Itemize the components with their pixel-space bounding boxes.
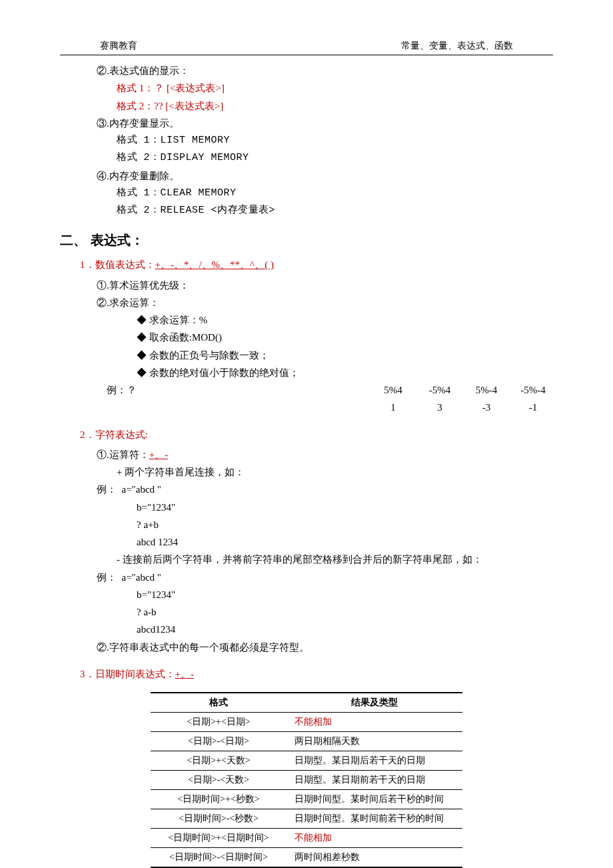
string-expr-title: 2．字符表达式: bbox=[60, 426, 553, 443]
datetime-expr-title: 3．日期时间表达式：+、- bbox=[60, 665, 553, 683]
string-ex2-l3: ? a-b bbox=[60, 603, 553, 621]
mod-ex-c2: -5%4 bbox=[420, 381, 460, 399]
cell-result: 两日期相隔天数 bbox=[287, 732, 462, 751]
string-ex2-l1: a="abcd " bbox=[122, 572, 161, 583]
mod-ex-c3: 5%-4 bbox=[466, 381, 506, 399]
th-result: 结果及类型 bbox=[287, 693, 462, 713]
numeric-p1: ①.算术运算优先级： bbox=[60, 277, 553, 294]
string-plus-desc: + 两个字符串首尾连接，如： bbox=[60, 463, 553, 481]
table-row: <日期时间>+<秒数>日期时间型。某时间后若干秒的时间 bbox=[151, 790, 462, 809]
document-page: 赛腾教育 常量、变量、表达式、函数 ②.表达式值的显示： 格式 1：？ [<表达… bbox=[0, 0, 613, 868]
string-ex1-label: 例： bbox=[97, 484, 117, 495]
datetime-expr-ops: +、- bbox=[175, 669, 194, 679]
cell-result: 日期时间型。某时间前若干秒的时间 bbox=[287, 809, 462, 829]
table-row: <日期时间>-<日期时间>两时间相差秒数 bbox=[151, 848, 462, 868]
table-row: <日期时间>+<日期时间>不能相加 bbox=[151, 829, 462, 848]
item-memvar-display-fmt1: 格式 1：LIST MEMORY bbox=[60, 132, 553, 149]
mod-ex-c4: -5%-4 bbox=[513, 381, 553, 399]
table-row: <日期时间>-<秒数>日期时间型。某时间前若干秒的时间 bbox=[151, 809, 462, 829]
cell-format: <日期时间>+<日期时间> bbox=[151, 829, 287, 848]
string-ops-line: ①.运算符：+、- bbox=[60, 446, 553, 463]
cell-result: 日期型。某日期后若干天的日期 bbox=[287, 751, 462, 771]
item-expr-display-title: ②.表达式值的显示： bbox=[60, 62, 553, 79]
cell-result: 不能相加 bbox=[287, 829, 462, 848]
page-header: 赛腾教育 常量、变量、表达式、函数 bbox=[60, 40, 553, 55]
numeric-expr-ops: +、-、*、/、%、**、^、( ) bbox=[155, 259, 274, 270]
cell-format: <日期>-<日期> bbox=[151, 732, 287, 751]
numeric-p2: ②.求余运算： bbox=[60, 294, 553, 311]
string-ex2-l2: b="1234" bbox=[60, 586, 553, 603]
string-ops-label: ①.运算符： bbox=[97, 449, 149, 460]
string-ex1-l4: abcd 1234 bbox=[60, 533, 553, 551]
cell-result: 日期型。某日期前若干天的日期 bbox=[287, 771, 462, 790]
cell-format: <日期>-<天数> bbox=[151, 771, 287, 790]
cell-result: 日期时间型。某时间后若干秒的时间 bbox=[287, 790, 462, 809]
item-memvar-display-title: ③.内存变量显示。 bbox=[60, 115, 553, 132]
cell-result: 两时间相差秒数 bbox=[287, 848, 462, 868]
numeric-expr-title-text: 1．数值表达式： bbox=[80, 259, 155, 270]
item-memvar-delete-title: ④.内存变量删除。 bbox=[60, 167, 553, 185]
string-ex2: 例： a="abcd " bbox=[60, 569, 553, 586]
table-header-row: 格式 结果及类型 bbox=[151, 693, 462, 713]
string-ops: +、- bbox=[149, 449, 168, 460]
string-ex2-l4: abcd1234 bbox=[60, 621, 553, 638]
item-memvar-delete-fmt2: 格式 2：RELEASE <内存变量表> bbox=[60, 202, 553, 219]
cell-format: <日期>+<日期> bbox=[151, 713, 287, 732]
item-expr-display-fmt2: 格式 2：?? [<表达式表>] bbox=[60, 97, 553, 115]
header-left: 赛腾教育 bbox=[100, 40, 137, 52]
mod-ex-v3: -3 bbox=[466, 399, 506, 416]
mod-ex-v2: 3 bbox=[420, 399, 460, 416]
mod-ex-v1: 1 bbox=[373, 399, 413, 416]
th-format: 格式 bbox=[151, 693, 287, 713]
numeric-bullet-2: 取余函数:MOD() bbox=[60, 329, 553, 346]
item-memvar-display-fmt2: 格式 2：DISPLAY MEMORY bbox=[60, 149, 553, 167]
cell-format: <日期时间>+<秒数> bbox=[151, 790, 287, 809]
string-ex2-label: 例： bbox=[97, 572, 117, 583]
numeric-bullet-3: 余数的正负号与除数一致； bbox=[60, 347, 553, 364]
table-row: <日期>+<日期>不能相加 bbox=[151, 713, 462, 732]
mod-example-label: 例：？ bbox=[107, 381, 366, 399]
mod-ex-c1: 5%4 bbox=[373, 381, 413, 399]
mod-example-table: 例：？ 5%4 -5%4 5%-4 -5%-4 1 3 -3 -1 bbox=[107, 381, 553, 417]
string-ex1-l3: ? a+b bbox=[60, 516, 553, 533]
datetime-expr-title-text: 3．日期时间表达式： bbox=[80, 669, 175, 679]
mod-ex-v4: -1 bbox=[513, 399, 553, 416]
string-ex1-l1: a="abcd " bbox=[122, 484, 161, 495]
table-row: <日期>+<天数>日期型。某日期后若干天的日期 bbox=[151, 751, 462, 771]
header-right: 常量、变量、表达式、函数 bbox=[401, 40, 513, 52]
datetime-table: 格式 结果及类型 <日期>+<日期>不能相加<日期>-<日期>两日期相隔天数<日… bbox=[151, 692, 462, 868]
string-minus-desc: - 连接前后两个字符串，并将前字符串的尾部空格移到合并后的新字符串尾部，如： bbox=[60, 551, 553, 568]
numeric-bullet-1: 求余运算：% bbox=[60, 311, 553, 329]
string-p2: ②.字符串表达式中的每一个项都必须是字符型。 bbox=[60, 639, 553, 656]
cell-result: 不能相加 bbox=[287, 713, 462, 732]
table-row: <日期>-<日期>两日期相隔天数 bbox=[151, 732, 462, 751]
heading-expressions: 二、 表达式： bbox=[60, 231, 553, 249]
string-ex1-l2: b="1234" bbox=[60, 499, 553, 516]
cell-format: <日期>+<天数> bbox=[151, 751, 287, 771]
item-memvar-delete-fmt1: 格式 1：CLEAR MEMORY bbox=[60, 185, 553, 202]
table-row: <日期>-<天数>日期型。某日期前若干天的日期 bbox=[151, 771, 462, 790]
string-ex1: 例： a="abcd " bbox=[60, 481, 553, 498]
cell-format: <日期时间>-<日期时间> bbox=[151, 848, 287, 868]
item-expr-display-fmt1: 格式 1：？ [<表达式表>] bbox=[60, 79, 553, 97]
numeric-bullet-4: 余数的绝对值小于除数的绝对值； bbox=[60, 364, 553, 381]
numeric-expr-title: 1．数值表达式：+、-、*、/、%、**、^、( ) bbox=[60, 256, 553, 273]
cell-format: <日期时间>-<秒数> bbox=[151, 809, 287, 829]
